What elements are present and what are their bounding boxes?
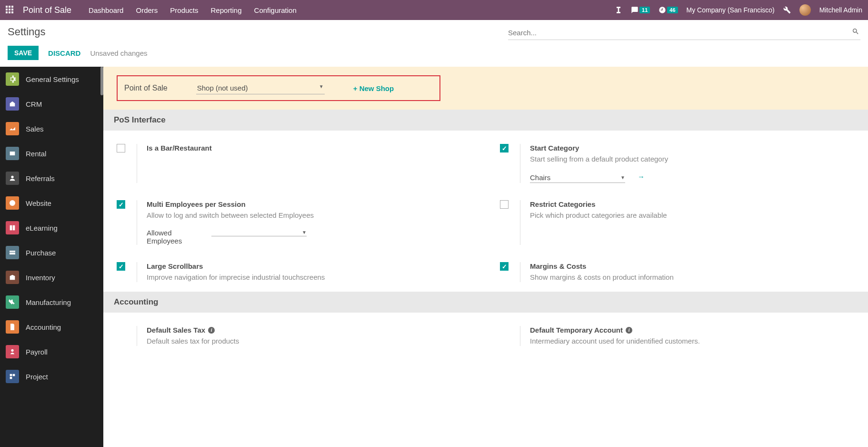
setting-default-sales-tax: Default Sales Taxi Default sales tax for…	[117, 326, 471, 346]
nav-menu: Dashboard Orders Products Reporting Conf…	[89, 6, 297, 14]
nav-dashboard[interactable]: Dashboard	[89, 6, 123, 14]
page-title: Settings	[8, 26, 46, 38]
checkbox-restrict[interactable]	[500, 200, 509, 209]
sidebar-item-crm[interactable]: CRM	[0, 91, 103, 116]
sidebar-item-label: Project	[26, 373, 48, 381]
person-icon	[6, 172, 19, 185]
puzzle-icon	[6, 370, 19, 383]
sidebar-item-elearning[interactable]: eLearning	[0, 215, 103, 240]
navbar: Point of Sale Dashboard Orders Products …	[0, 0, 868, 20]
setting-temp-account: Default Temporary Accounti Intermediary …	[500, 326, 855, 346]
pos-header-band: Point of Sale Shop (not used)▼ + New Sho…	[103, 67, 868, 110]
sidebar-item-sales[interactable]: Sales	[0, 116, 103, 141]
arrow-link-icon[interactable]: →	[638, 173, 645, 181]
search-icon[interactable]	[852, 28, 859, 37]
sidebar-item-label: Purchase	[26, 249, 56, 257]
sidebar-item-purchase[interactable]: Purchase	[0, 240, 103, 265]
nav-reporting[interactable]: Reporting	[211, 6, 242, 14]
chevron-down-icon: ▼	[620, 175, 625, 180]
sidebar-item-general[interactable]: General Settings	[0, 67, 103, 91]
sidebar-item-label: CRM	[26, 100, 42, 108]
action-bar: SAVE DISCARD Unsaved changes	[0, 42, 868, 67]
debug-icon[interactable]	[783, 6, 791, 14]
sidebar-item-label: Rental	[26, 150, 46, 158]
checkbox-multi-emp[interactable]	[117, 200, 125, 209]
start-category-select[interactable]: Chairs▼	[530, 173, 625, 183]
setting-title: Is a Bar/Restaurant	[147, 144, 471, 152]
user-name[interactable]: Mitchell Admin	[819, 6, 862, 14]
setting-desc: Intermediary account used for unidentifi…	[530, 336, 855, 346]
phone-icon[interactable]	[615, 6, 622, 14]
sidebar-item-rental[interactable]: Rental	[0, 141, 103, 166]
setting-title: Start Category	[530, 144, 855, 152]
user-avatar[interactable]	[799, 4, 811, 16]
info-icon[interactable]: i	[208, 327, 215, 334]
page-header: Settings	[0, 20, 868, 42]
checkbox-margins[interactable]	[500, 262, 509, 271]
setting-title: Margins & Costs	[530, 262, 855, 270]
setting-title: Large Scrollbars	[147, 262, 471, 270]
wrench-icon	[6, 295, 19, 309]
sidebar-item-website[interactable]: Website	[0, 191, 103, 215]
setting-desc: Improve navigation for imprecise industr…	[147, 272, 471, 282]
setting-restrict-categories: Restrict Categories Pick which product c…	[500, 200, 855, 245]
new-shop-button[interactable]: + New Shop	[353, 84, 394, 92]
unsaved-status: Unsaved changes	[90, 49, 147, 57]
setting-title: Default Sales Taxi	[147, 326, 471, 334]
setting-title: Restrict Categories	[530, 200, 855, 208]
checkbox-scrollbars[interactable]	[117, 262, 125, 271]
activities-icon[interactable]: 46	[658, 6, 678, 14]
shop-select[interactable]: Shop (not used)▼	[196, 82, 325, 94]
sidebar-item-accounting[interactable]: Accounting	[0, 315, 103, 339]
sidebar-item-project[interactable]: Project	[0, 364, 103, 389]
search-input[interactable]	[508, 26, 860, 40]
setting-desc: Pick which product categories are availa…	[530, 210, 855, 220]
globe-icon	[6, 196, 19, 210]
section-interface: PoS Interface	[103, 110, 868, 131]
sidebar-item-label: Referrals	[26, 174, 55, 183]
messages-icon[interactable]: 11	[631, 6, 650, 14]
svg-point-0	[10, 200, 15, 206]
sidebar-item-label: Inventory	[26, 274, 55, 282]
sidebar-item-label: Website	[26, 199, 51, 207]
chevron-down-icon: ▼	[302, 230, 307, 235]
nav-orders[interactable]: Orders	[136, 6, 158, 14]
app-title[interactable]: Point of Sale	[23, 5, 71, 15]
setting-multi-employees: Multi Employees per Session Allow to log…	[117, 200, 471, 245]
setting-large-scrollbars: Large Scrollbars Improve navigation for …	[117, 262, 471, 282]
sidebar-item-label: Payroll	[26, 348, 48, 356]
chart-icon	[6, 122, 19, 135]
info-icon[interactable]: i	[626, 327, 632, 334]
card-icon	[6, 246, 19, 259]
settings-main: Point of Sale Shop (not used)▼ + New Sho…	[103, 67, 868, 447]
setting-start-category: Start Category Start selling from a defa…	[500, 144, 855, 183]
apps-icon[interactable]	[6, 6, 14, 14]
allowed-employees-select[interactable]: ▼	[211, 229, 307, 236]
chevron-down-icon: ▼	[319, 84, 324, 89]
sidebar-item-label: Accounting	[26, 323, 61, 331]
sidebar-item-label: General Settings	[26, 75, 79, 83]
checkbox-start-category[interactable]	[500, 144, 509, 152]
company-switcher[interactable]: My Company (San Francisco)	[687, 6, 775, 14]
setting-title: Default Temporary Accounti	[530, 326, 855, 334]
section-accounting: Accounting	[103, 292, 868, 313]
allowed-employees-label: Allowed Employees	[147, 229, 204, 245]
book-icon	[6, 221, 19, 234]
sidebar-item-payroll[interactable]: Payroll	[0, 339, 103, 364]
payroll-icon	[6, 345, 19, 358]
settings-sidebar: General Settings CRM Sales Rental Referr…	[0, 67, 103, 447]
checkbox-bar[interactable]	[117, 144, 125, 152]
sidebar-item-inventory[interactable]: Inventory	[0, 265, 103, 290]
sidebar-item-label: eLearning	[26, 224, 58, 232]
messages-badge: 11	[639, 7, 650, 13]
activities-badge: 46	[667, 7, 678, 13]
save-button[interactable]: SAVE	[8, 46, 39, 60]
sidebar-item-referrals[interactable]: Referrals	[0, 166, 103, 191]
nav-configuration[interactable]: Configuration	[254, 6, 297, 14]
discard-button[interactable]: DISCARD	[48, 49, 80, 57]
sidebar-item-manufacturing[interactable]: Manufacturing	[0, 290, 103, 315]
gear-icon	[6, 72, 19, 86]
setting-desc: Start selling from a default product cat…	[530, 154, 855, 164]
key-icon	[6, 147, 19, 160]
nav-products[interactable]: Products	[170, 6, 198, 14]
